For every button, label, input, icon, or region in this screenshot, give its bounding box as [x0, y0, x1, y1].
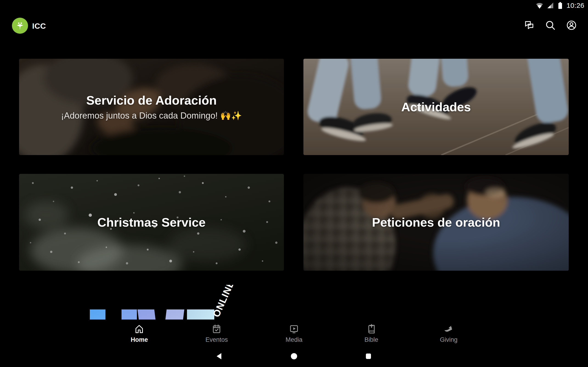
messages-button[interactable] — [524, 20, 535, 31]
account-button[interactable] — [566, 20, 577, 31]
tab-label: Bible — [364, 336, 378, 343]
giving-hand-icon — [443, 324, 454, 334]
search-icon — [545, 20, 556, 31]
cellular-signal-icon — [547, 2, 554, 9]
media-play-icon — [289, 324, 299, 334]
card-title: Christmas Service — [97, 215, 206, 229]
top-actions — [524, 20, 577, 31]
home-icon — [134, 324, 145, 334]
bible-icon — [366, 324, 377, 334]
status-bar: 10:26 — [0, 0, 588, 11]
app-bar: ICC — [0, 11, 588, 41]
account-icon — [566, 20, 577, 31]
android-recents-button[interactable] — [364, 352, 373, 361]
tab-bible[interactable]: Bible — [333, 319, 410, 349]
tab-label: Giving — [440, 336, 458, 343]
card-servicio-de-adoracion[interactable]: Servicio de Adoración ¡Adoremos juntos a… — [19, 59, 284, 155]
church-cross-logo-icon — [15, 21, 25, 31]
card-title: Servicio de Adoración — [61, 93, 242, 107]
tab-label: Home — [131, 336, 148, 343]
search-button[interactable] — [545, 20, 556, 31]
back-triangle-icon — [215, 352, 224, 361]
chat-bubbles-icon — [524, 20, 535, 31]
tab-home[interactable]: Home — [101, 319, 178, 349]
card-actividades[interactable]: Actividades — [303, 59, 569, 155]
live-headline: LIVE — [19, 285, 19, 285]
android-home-button[interactable] — [289, 352, 299, 361]
tab-label: Eventos — [205, 336, 228, 343]
tab-label: Media — [285, 336, 303, 343]
recents-square-icon — [364, 352, 373, 361]
bottom-tab-bar: Home Eventos Media — [0, 319, 588, 349]
app-screen: 10:26 ICC — [0, 0, 588, 367]
android-back-button[interactable] — [215, 352, 224, 361]
card-peticiones-de-oracion[interactable]: Peticiones de oración — [303, 174, 569, 271]
home-circle-icon — [290, 352, 298, 361]
tab-eventos[interactable]: Eventos — [178, 319, 255, 349]
card-subtitle: ¡Adoremos juntos a Dios cada Domingo! 🙌✨ — [61, 110, 242, 121]
calendar-check-icon — [211, 324, 222, 334]
card-christmas-service[interactable]: Christmas Service — [19, 174, 284, 271]
status-time: 10:26 — [566, 2, 584, 9]
card-title: Actividades — [401, 100, 471, 114]
app-name: ICC — [32, 22, 46, 31]
tab-media[interactable]: Media — [255, 319, 333, 349]
tab-giving[interactable]: Giving — [410, 319, 487, 349]
wifi-icon — [536, 2, 544, 9]
battery-icon — [557, 2, 563, 9]
app-logo — [12, 18, 28, 34]
card-title: Peticiones de oración — [372, 215, 500, 229]
